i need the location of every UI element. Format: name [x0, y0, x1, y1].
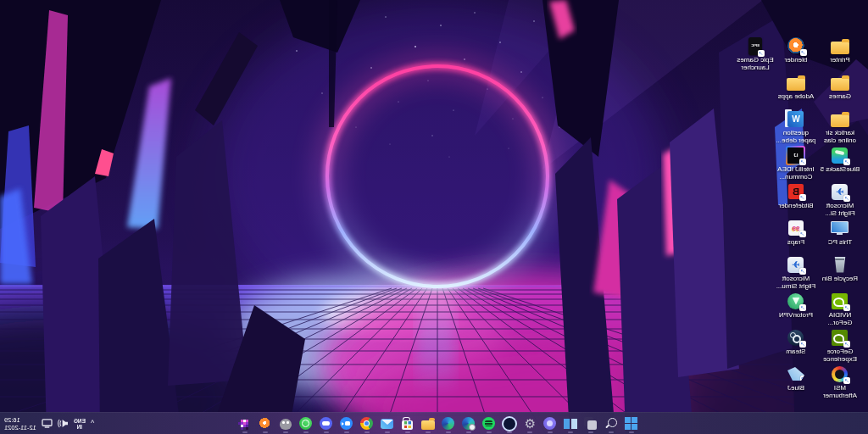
desktop-icon-protonvpn[interactable]: ↗ ProtonVPN: [775, 291, 817, 327]
shortcut-arrow-badge: ↗: [844, 341, 851, 348]
settings-button[interactable]: ⚙: [520, 414, 539, 434]
blender-button[interactable]: [256, 414, 275, 434]
folder-icon: [831, 78, 849, 91]
language-indicator[interactable]: ENG IN: [74, 418, 86, 430]
window-stack-button[interactable]: [581, 414, 600, 434]
spotify-icon: [483, 417, 496, 430]
desktop-icon-kartick-sir-online-class[interactable]: kartick sir online clas: [819, 108, 861, 145]
gimp-button[interactable]: [276, 414, 295, 434]
chat-icon: [544, 417, 557, 430]
icon-label: Microsoft Flight Simu...: [775, 275, 817, 290]
task-view-button[interactable]: [561, 414, 580, 434]
icon-label: question paper debe...: [775, 130, 817, 144]
file-explorer-button[interactable]: [419, 414, 437, 434]
this-pc-icon: [832, 221, 849, 235]
blender-icon: ↗: [787, 37, 804, 54]
spotify-button[interactable]: [480, 414, 498, 434]
desktop-icon-recycle-bin[interactable]: Recycle Bin: [819, 254, 861, 291]
nvidia-icon: ↗: [832, 293, 849, 309]
icon-label: BlueJ: [775, 385, 817, 392]
desktop-icon-fraps[interactable]: 99↗ Fraps: [775, 218, 817, 254]
hidden-icons-chevron[interactable]: ^: [91, 420, 94, 427]
volume-button[interactable]: [58, 419, 69, 428]
zoom-button[interactable]: [337, 414, 356, 434]
pixel-game-button[interactable]: [236, 414, 254, 434]
shortcut-arrow-badge: ↗: [800, 341, 807, 348]
network-button[interactable]: [42, 419, 53, 428]
system-tray: ^ ENG IN 16:29 12-11-2021: [4, 413, 94, 434]
edge-button[interactable]: [439, 414, 458, 434]
icon-label: Adobe apps: [775, 93, 817, 101]
language-code: ENG: [74, 418, 86, 424]
folder-icon: [831, 42, 849, 54]
clock-time: 16:29: [4, 416, 20, 424]
idea-glyph: IJ: [794, 153, 798, 158]
desktop-icon-nvidia-geforce[interactable]: ↗ NVIDIA GeFor...: [819, 291, 861, 327]
mail-button[interactable]: [378, 414, 397, 434]
gimp-icon: [280, 419, 292, 430]
zoom-icon: [341, 417, 353, 430]
ring-app-button[interactable]: [500, 414, 519, 434]
fraps-icon: 99↗: [788, 220, 804, 236]
icon-label: kartick sir online clas: [819, 130, 861, 144]
task-view-icon: [564, 417, 577, 431]
desktop-column-2: ↗ blender Adobe apps W question paper de…: [775, 36, 817, 400]
desktop-icon-intellij-idea[interactable]: IJ↗ IntelliJ IDEA Commun...: [775, 145, 817, 181]
desktop-icon-microsoft-flight-si[interactable]: ✈↗ Microsoft Flight Si...: [819, 181, 861, 218]
desktop-icon-bluestacks-5[interactable]: ↗ BlueStacks 5: [819, 145, 861, 181]
desktop-icon-games[interactable]: Games: [819, 72, 861, 108]
whatsapp-icon: [300, 417, 313, 430]
edge-badged-button[interactable]: [459, 414, 478, 434]
shortcut-arrow-badge: ↗: [844, 159, 851, 165]
folder-icon: [831, 114, 849, 127]
desktop-icon-this-pc[interactable]: This PC: [819, 218, 861, 254]
icon-label: Microsoft Flight Si...: [819, 203, 861, 217]
volume-icon: [58, 419, 69, 428]
shortcut-arrow-badge: ↗: [844, 377, 851, 384]
desktop-icon-bluej[interactable]: ↗ BlueJ: [775, 364, 817, 400]
icon-label: Fraps: [775, 239, 817, 247]
taskbar-clock[interactable]: 16:29 12-11-2021: [4, 416, 36, 431]
desktop-icon-msi-afterburner[interactable]: ↗ MSI Afterburner: [819, 364, 861, 400]
flight-simulator-icon: ✈↗: [788, 257, 804, 273]
ring-app-icon: [502, 416, 517, 431]
shortcut-arrow-badge: ↗: [800, 304, 807, 311]
bitdefender-glyph: B: [793, 186, 799, 197]
icon-label: Games: [819, 93, 861, 101]
desktop-icon-geforce-experience[interactable]: ↗ GeForce Experience: [819, 327, 861, 364]
start-button[interactable]: [622, 414, 641, 434]
fraps-glyph: 99: [793, 225, 800, 232]
geforce-experience-icon: ↗: [832, 330, 849, 346]
discord-button[interactable]: [317, 414, 336, 434]
desktop-icon-bitdefender[interactable]: B↗ Bitdefender: [775, 181, 817, 218]
desktop-icon-adobe-apps[interactable]: Adobe apps: [775, 72, 817, 108]
windows-start-icon: [626, 417, 638, 430]
desktop-icon-question-paper[interactable]: W question paper debe...: [775, 108, 817, 145]
discord-icon: [320, 417, 333, 430]
microsoft-store-button[interactable]: [398, 414, 417, 434]
edge-badged-icon: [463, 417, 476, 430]
mail-icon: [381, 419, 394, 429]
search-button[interactable]: [602, 414, 620, 434]
desktop-icon-microsoft-flight-simulator[interactable]: ✈↗ Microsoft Flight Simu...: [775, 254, 817, 291]
shortcut-arrow-badge: ↗: [800, 268, 807, 275]
icon-label: BlueStacks 5: [819, 166, 861, 174]
desktop-icon-steam[interactable]: ↗ Steam: [775, 327, 817, 364]
taskbar-icon-strip: ⚙: [236, 413, 641, 434]
search-icon: [608, 418, 617, 427]
chrome-icon: [361, 417, 374, 430]
desktop-icon-printer[interactable]: Printer: [819, 36, 861, 72]
flight-simulator-icon: ✈↗: [832, 184, 849, 200]
icon-label: Bitdefender: [775, 203, 817, 210]
shortcut-arrow-badge: ↗: [800, 376, 807, 382]
whatsapp-button[interactable]: [297, 414, 315, 434]
icon-label: NVIDIA GeFor...: [819, 312, 861, 326]
chat-button[interactable]: [541, 414, 559, 434]
icon-label: IntelliJ IDEA Commun...: [775, 166, 817, 181]
epic-glyph: EPIC: [751, 44, 759, 47]
desktop-icon-epic-games-launcher[interactable]: EPIC↗ Epic Games Launcher: [734, 36, 776, 72]
shortcut-arrow-badge: ↗: [758, 50, 765, 57]
desktop-icon-blender[interactable]: ↗ blender: [775, 36, 817, 72]
icon-label: GeForce Experience: [819, 348, 861, 363]
chrome-button[interactable]: [358, 414, 376, 434]
